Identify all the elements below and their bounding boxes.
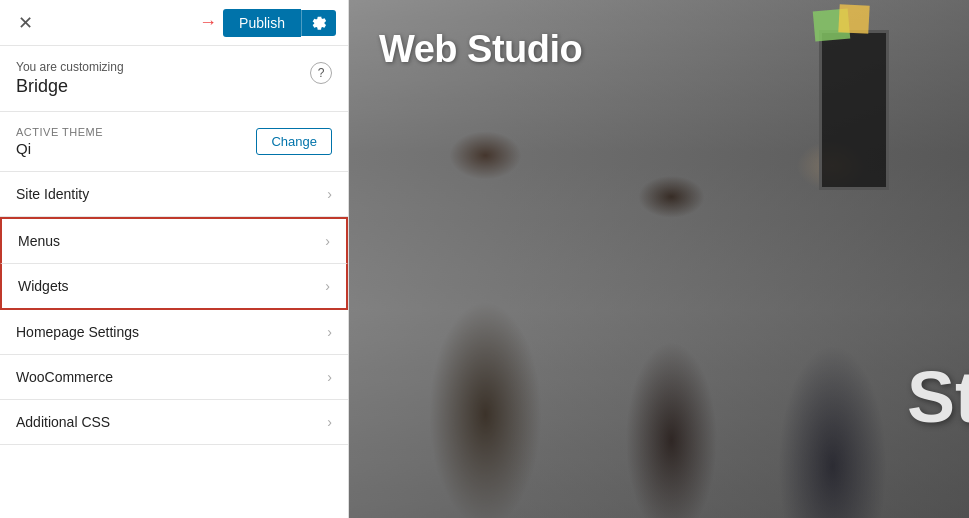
preview-partial-text: St — [907, 356, 969, 438]
site-name: Bridge — [16, 76, 124, 97]
header-bar: ✕ → Publish — [0, 0, 348, 46]
sticky-note-2 — [838, 4, 869, 34]
header-actions: → Publish — [199, 9, 336, 37]
menu-item[interactable]: Widgets› — [0, 264, 348, 310]
publish-button[interactable]: Publish — [223, 9, 301, 37]
menu-item-label: Additional CSS — [16, 414, 110, 430]
menu-item[interactable]: Additional CSS› — [0, 400, 348, 445]
arrow-hint: → — [199, 12, 217, 33]
theme-info: Active theme Qi — [16, 126, 103, 157]
menu-item-label: WooCommerce — [16, 369, 113, 385]
menu-item-label: Site Identity — [16, 186, 89, 202]
info-text: You are customizing Bridge — [16, 60, 124, 97]
menu-item[interactable]: Homepage Settings› — [0, 310, 348, 355]
preview-area: Web Studio St — [349, 0, 969, 518]
sidebar: ✕ → Publish You are customizing Bridge ?… — [0, 0, 349, 518]
chevron-right-icon: › — [325, 233, 330, 249]
chevron-right-icon: › — [327, 369, 332, 385]
preview-site-title: Web Studio — [379, 28, 582, 71]
customizing-label: You are customizing — [16, 60, 124, 74]
chevron-right-icon: › — [325, 278, 330, 294]
gear-icon — [312, 16, 326, 30]
menu-item-label: Homepage Settings — [16, 324, 139, 340]
menu-item-label: Menus — [18, 233, 60, 249]
theme-name: Qi — [16, 140, 103, 157]
close-button[interactable]: ✕ — [12, 8, 39, 38]
settings-button[interactable] — [301, 10, 336, 36]
change-theme-button[interactable]: Change — [256, 128, 332, 155]
window-decoration — [819, 30, 889, 190]
menu-list: Site Identity›Menus›Widgets›Homepage Set… — [0, 172, 348, 518]
chevron-right-icon: › — [327, 414, 332, 430]
chevron-right-icon: › — [327, 324, 332, 340]
chevron-right-icon: › — [327, 186, 332, 202]
menu-item-label: Widgets — [18, 278, 69, 294]
theme-section: Active theme Qi Change — [0, 112, 348, 172]
info-section: You are customizing Bridge ? — [0, 46, 348, 112]
menu-item[interactable]: Menus› — [0, 217, 348, 264]
menu-item[interactable]: Site Identity› — [0, 172, 348, 217]
help-button[interactable]: ? — [310, 62, 332, 84]
active-theme-label: Active theme — [16, 126, 103, 138]
menu-item[interactable]: WooCommerce› — [0, 355, 348, 400]
